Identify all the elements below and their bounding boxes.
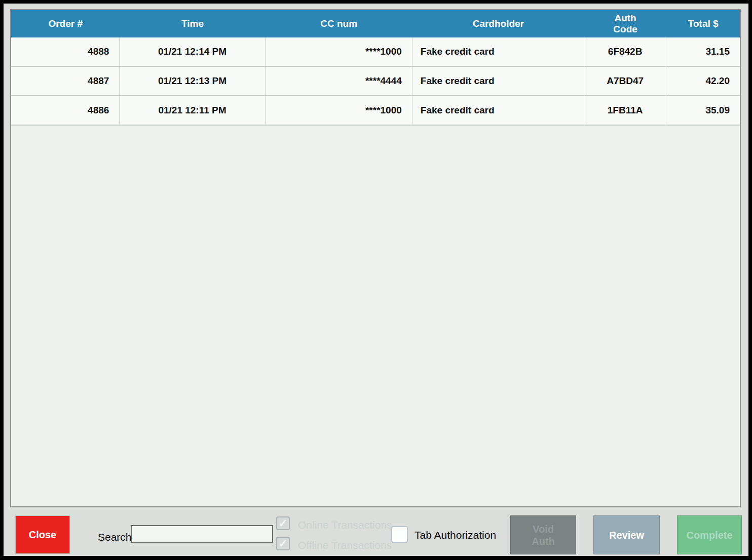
close-button[interactable]: Close bbox=[15, 515, 70, 554]
cell-cc-num: ****1000 bbox=[266, 96, 412, 125]
column-header-cc-num: CC num bbox=[266, 10, 412, 37]
cell-auth-code: 6F842B bbox=[584, 37, 667, 66]
check-icon: ✓ bbox=[278, 517, 287, 530]
table-row[interactable]: 4887 01/21 12:13 PM ****4444 Fake credit… bbox=[11, 67, 740, 96]
offline-transactions-label: Offline Transactions bbox=[298, 538, 392, 551]
cell-time: 01/21 12:13 PM bbox=[120, 67, 265, 95]
transactions-table: Order # Time CC num Cardholder Auth Code… bbox=[10, 9, 741, 507]
cell-total: 35.09 bbox=[666, 96, 740, 125]
search-label: Search: bbox=[98, 529, 134, 545]
cell-auth-code: A7BD47 bbox=[584, 67, 667, 95]
search-input[interactable] bbox=[131, 525, 273, 543]
check-icon: ✓ bbox=[278, 537, 287, 550]
online-transactions-label: Online Transactions bbox=[298, 517, 392, 531]
table-header-row: Order # Time CC num Cardholder Auth Code… bbox=[11, 10, 740, 37]
cell-time: 01/21 12:11 PM bbox=[120, 96, 265, 125]
tab-authorization-checkbox[interactable] bbox=[391, 526, 408, 543]
cell-time: 01/21 12:14 PM bbox=[120, 37, 265, 66]
cell-cardholder: Fake credit card bbox=[412, 96, 584, 125]
cell-total: 42.20 bbox=[666, 67, 740, 95]
table-row[interactable]: 4888 01/21 12:14 PM ****1000 Fake credit… bbox=[11, 37, 740, 67]
void-auth-button[interactable]: Void Auth bbox=[510, 515, 576, 554]
column-header-time: Time bbox=[120, 10, 265, 37]
cell-total: 31.15 bbox=[666, 37, 740, 66]
complete-button[interactable]: Complete bbox=[677, 515, 742, 554]
cell-cc-num: ****1000 bbox=[266, 37, 412, 66]
cell-auth-code: 1FB11A bbox=[584, 96, 667, 125]
review-button[interactable]: Review bbox=[593, 515, 660, 554]
cell-cc-num: ****4444 bbox=[266, 67, 412, 95]
transactions-window: Order # Time CC num Cardholder Auth Code… bbox=[4, 4, 748, 556]
column-header-cardholder: Cardholder bbox=[412, 10, 584, 37]
column-header-auth-code: Auth Code bbox=[584, 10, 667, 37]
cell-order-number: 4887 bbox=[11, 67, 120, 95]
cell-order-number: 4888 bbox=[11, 37, 120, 66]
offline-transactions-checkbox[interactable]: ✓ bbox=[276, 537, 290, 550]
table-row[interactable]: 4886 01/21 12:11 PM ****1000 Fake credit… bbox=[11, 96, 740, 126]
online-transactions-checkbox[interactable]: ✓ bbox=[276, 516, 290, 530]
cell-cardholder: Fake credit card bbox=[412, 37, 584, 66]
column-header-total: Total $ bbox=[666, 10, 740, 37]
tab-authorization-label: Tab Authorization bbox=[415, 528, 496, 542]
cell-cardholder: Fake credit card bbox=[412, 67, 584, 95]
cell-order-number: 4886 bbox=[11, 96, 120, 125]
column-header-order: Order # bbox=[11, 10, 120, 37]
